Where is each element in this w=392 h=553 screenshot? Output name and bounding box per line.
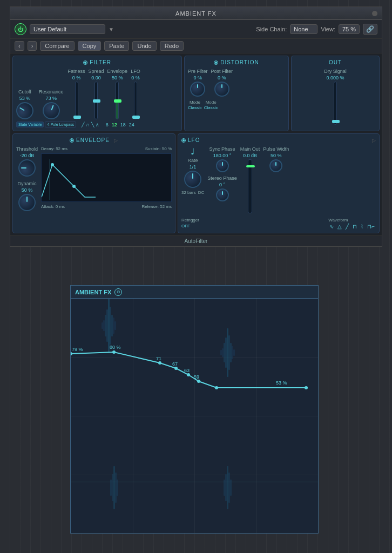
spread-thumb[interactable]: [93, 99, 100, 103]
rate-knob[interactable]: [184, 171, 201, 188]
lfo-power[interactable]: [181, 138, 186, 143]
view-select[interactable]: 75 %: [339, 24, 360, 34]
stereo-phase-container: Stereo Phase 0 °: [207, 176, 237, 201]
svg-point-34: [174, 367, 178, 370]
redo-button[interactable]: Redo: [160, 41, 184, 51]
slope-24[interactable]: 24: [128, 122, 136, 127]
four-pole-btn[interactable]: 4-Pole Lowpass: [45, 122, 76, 127]
post-filter-label: Post Filter: [211, 69, 233, 74]
wf-square[interactable]: ⊓: [352, 224, 358, 230]
slope-12[interactable]: 12: [111, 122, 118, 127]
rate-value: 1/1: [190, 164, 197, 170]
state-variable-btn[interactable]: State Variable: [16, 122, 44, 127]
lfo-slider[interactable]: [134, 82, 137, 119]
lfo-range-labels: 32 bars DC: [181, 190, 204, 195]
sync-phase-knob[interactable]: [216, 159, 229, 172]
svg-rect-20: [220, 350, 222, 355]
top-row: FILTER Cutoff 53 % Resonance 73 %: [10, 53, 382, 133]
filter-power[interactable]: [83, 60, 87, 65]
threshold-value: -20 dB: [20, 153, 35, 158]
filter-section: FILTER Cutoff 53 % Resonance 73 %: [12, 56, 182, 131]
lfo-thumb[interactable]: [132, 116, 140, 119]
wf-sawtooth[interactable]: ╱: [344, 224, 350, 230]
distortion-controls: Pre Filter 0 % Post Filter 0 %: [188, 69, 285, 97]
resonance-knob-container: Resonance 73 %: [39, 89, 64, 119]
post-filter-knob[interactable]: [214, 82, 229, 97]
retrigger-label: Retrigger: [181, 218, 199, 222]
pre-filter-label: Pre Filter: [188, 69, 208, 74]
distortion-power[interactable]: [214, 60, 218, 65]
attack-label: Attack: 0 ms: [41, 204, 65, 209]
dynamic-value: 50 %: [22, 187, 33, 193]
envelope-slider[interactable]: [116, 82, 119, 119]
dry-signal-slider[interactable]: [334, 82, 337, 125]
close-button[interactable]: [372, 11, 377, 16]
spread-slider[interactable]: [94, 82, 98, 119]
mode1-value[interactable]: Classic: [188, 105, 202, 110]
mode1-container: Mode Classic: [188, 100, 202, 110]
forward-button[interactable]: ›: [28, 41, 37, 51]
back-button[interactable]: ‹: [15, 41, 24, 51]
sidechain-select[interactable]: None: [290, 24, 317, 34]
dynamic-knob[interactable]: [18, 194, 36, 211]
retrigger-value[interactable]: OFF: [181, 224, 199, 228]
slope-buttons: 6 12 18 24: [105, 122, 136, 127]
compare-button[interactable]: Compare: [40, 41, 74, 51]
lfo-slider-container: LFO 0 %: [131, 69, 140, 119]
cutoff-knob[interactable]: [13, 99, 37, 123]
resonance-knob[interactable]: [40, 99, 62, 122]
fatness-thumb[interactable]: [73, 116, 81, 119]
undo-button[interactable]: Undo: [132, 41, 156, 51]
main-out-thumb[interactable]: [246, 165, 255, 167]
fatness-slider[interactable]: [75, 82, 78, 119]
lfo-note-icon[interactable]: ♩: [191, 146, 195, 157]
slope-18[interactable]: 18: [119, 122, 127, 127]
svg-rect-25: [110, 480, 112, 496]
main-out-slider[interactable]: [248, 159, 252, 213]
pre-filter-knob[interactable]: [190, 82, 205, 97]
wf-sample-hold[interactable]: ⊓⌐: [366, 224, 376, 230]
preset-select[interactable]: User Default: [30, 24, 105, 34]
stereo-phase-knob[interactable]: [216, 188, 229, 201]
lfo-controls: ♩ Rate 1/1 32 bars DC Sync Phase 180.00 …: [181, 146, 376, 213]
lfo-phase-controls: Sync Phase 180.00 ° Stereo Phase 0 °: [207, 146, 237, 201]
automation-panel-header: AMBIENT FX ⊙: [71, 286, 318, 299]
pulse-width-knob[interactable]: [269, 159, 282, 172]
copy-button[interactable]: Copy: [78, 41, 102, 51]
pulse-width-value: 50 %: [271, 153, 282, 158]
filter-controls: Cutoff 53 % Resonance 73 % Fatness 0 %: [16, 69, 178, 119]
envelope-thumb[interactable]: [114, 99, 121, 103]
svg-rect-28: [228, 473, 230, 503]
link-button[interactable]: 🔗: [363, 24, 377, 35]
dynamic-knob-container: Dynamic 50 %: [16, 181, 38, 211]
filter-mode-buttons: State Variable 4-Pole Lowpass: [16, 122, 76, 127]
wf-random[interactable]: ⌇: [360, 224, 364, 230]
wf-triangle[interactable]: △: [336, 224, 343, 230]
svg-text:63: 63: [184, 368, 190, 373]
svg-point-36: [197, 380, 200, 383]
svg-rect-22: [113, 466, 115, 509]
spread-label: Spread: [89, 69, 104, 74]
out-section: OUT Dry Signal 0.000 %: [291, 56, 380, 131]
sidechain-label: Side Chain:: [256, 26, 287, 32]
svg-rect-27: [227, 466, 228, 509]
power-button[interactable]: ⏻: [15, 23, 26, 35]
dry-signal-label: Dry Signal: [324, 69, 347, 74]
envelope-top-labels: Decay: 52 ms Sustain: 50 %: [41, 146, 172, 151]
envelope-slider-container: Envelope 50 %: [107, 69, 128, 119]
lfo-expand[interactable]: ▷: [372, 138, 376, 143]
threshold-knob[interactable]: [18, 159, 36, 177]
envelope-knobs: Threshold -20 dB Dynamic 50 %: [16, 146, 38, 211]
automation-icon[interactable]: ⊙: [114, 288, 122, 296]
envelope-power[interactable]: [70, 138, 74, 143]
mode2-value[interactable]: Classic: [204, 105, 218, 110]
dry-signal-thumb[interactable]: [332, 120, 340, 123]
paste-button[interactable]: Paste: [104, 41, 129, 51]
svg-rect-24: [117, 480, 118, 496]
svg-rect-12: [225, 338, 227, 368]
envelope-expand[interactable]: ▷: [114, 138, 118, 143]
slope-6[interactable]: 6: [105, 122, 110, 127]
wf-sine[interactable]: ∿: [328, 224, 335, 230]
stereo-phase-value: 0 °: [219, 182, 225, 187]
view-label: View:: [321, 26, 335, 32]
